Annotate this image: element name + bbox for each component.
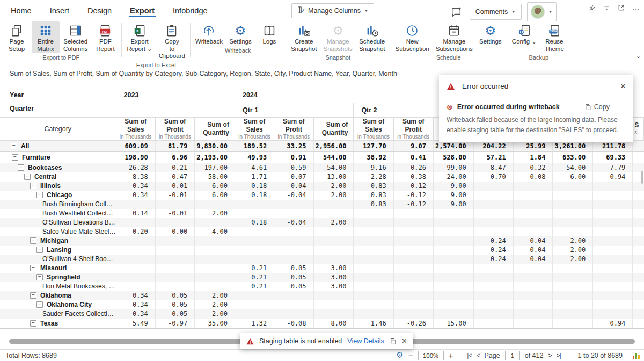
collapse-icon[interactable]: −: [11, 143, 17, 149]
collapse-icon[interactable]: −: [30, 320, 36, 327]
cell: [195, 273, 235, 282]
measure-header-sum-of-sales[interactable]: Sum of Salesin Thousands: [116, 117, 155, 140]
measure-header-sum-of-sales[interactable]: Sum of Salesin Thousands: [235, 117, 274, 140]
row-header-springfield[interactable]: −Springfield: [0, 273, 116, 282]
schedule-snapshot-button[interactable]: Schedule Snapshot: [356, 21, 388, 53]
row-header-o-sullivan-4-shelf-boo[interactable]: O'Sullivan 4-Shelf Boo…: [0, 255, 116, 264]
manage-columns-button[interactable]: Manage Columns ▼: [291, 3, 374, 18]
settings-gear-icon[interactable]: ⚙: [396, 351, 403, 359]
tab-export[interactable]: Export: [129, 2, 156, 18]
row-header-missouri[interactable]: −Missouri: [0, 264, 116, 273]
row-header-illinois[interactable]: −Illinois: [0, 182, 116, 191]
close-icon[interactable]: ×: [620, 82, 626, 91]
row-header-michigan[interactable]: −Michigan: [0, 236, 116, 246]
collapse-icon[interactable]: −: [18, 164, 24, 171]
cell: [354, 255, 393, 264]
zoom-out-button[interactable]: −: [408, 351, 413, 360]
cell: -0.12: [393, 191, 433, 200]
copy-to-clipboard-button[interactable]: Copy to Clipboard: [156, 21, 188, 61]
copy-icon[interactable]: [390, 338, 397, 345]
year-header-2023[interactable]: 2023: [116, 87, 235, 117]
collapse-icon[interactable]: −: [30, 183, 36, 189]
measure-header-sum-of-profit[interactable]: Sum of Profitin Thousands: [393, 117, 433, 140]
measure-header-sum-of-profit[interactable]: Sum of Profitin Thousands: [155, 117, 194, 140]
collapse-icon[interactable]: −: [36, 274, 43, 280]
pdf-report-button[interactable]: PDFPDF Report: [91, 21, 119, 53]
row-header-oklahoma-city[interactable]: −Oklahoma City: [0, 300, 116, 309]
collapse-icon[interactable]: −: [30, 292, 36, 299]
row-header-bookcases[interactable]: −Bookcases: [0, 163, 116, 172]
measure-header-sum-of-profit[interactable]: Sum of Profitin Thousands: [274, 117, 313, 140]
pin-icon[interactable]: [589, 4, 596, 13]
selected-columns-button[interactable]: Selected Columns: [61, 21, 90, 53]
cell: 0.24: [473, 246, 513, 255]
tab-insert[interactable]: Insert: [49, 2, 70, 18]
collapse-ribbon-icon[interactable]: ⌄: [636, 53, 641, 60]
export-report-button[interactable]: XExport Report ⌄: [124, 21, 155, 53]
settings-button[interactable]: ⚙Settings: [477, 21, 504, 46]
manage-subscriptions-button[interactable]: Manage Subscriptions: [433, 21, 475, 53]
new-subscription-button[interactable]: New Subscription: [392, 21, 431, 53]
tab-design[interactable]: Design: [86, 2, 113, 18]
entire-matrix-button[interactable]: Entire Matrix: [32, 21, 60, 53]
page-setup-button[interactable]: Page Setup: [3, 21, 31, 53]
zoom-level-input[interactable]: 100%: [418, 351, 444, 360]
collapse-icon[interactable]: −: [30, 237, 36, 244]
add-comment-icon[interactable]: [448, 4, 464, 19]
row-header-chicago[interactable]: −Chicago: [0, 191, 116, 200]
focus-icon[interactable]: [618, 4, 625, 13]
logs-button[interactable]: Logs: [255, 21, 283, 46]
zoom-in-button[interactable]: +: [449, 351, 453, 360]
row-header-oklahoma[interactable]: −Oklahoma: [0, 291, 116, 300]
config-button[interactable]: Config ⌄: [509, 21, 539, 46]
table-row-bush-westfield-collect: Bush Westfield Collect…0.14-0.012.00: [0, 209, 644, 218]
collapse-icon[interactable]: −: [12, 154, 18, 161]
view-details-link[interactable]: View Details: [347, 337, 384, 345]
collapse-icon[interactable]: −: [30, 265, 36, 271]
collapse-icon[interactable]: −: [36, 247, 43, 253]
measure-header-sum-of-quantity[interactable]: Sum of Quantity: [195, 117, 235, 140]
collapse-icon[interactable]: −: [36, 301, 43, 308]
last-page-button[interactable]: >|: [556, 352, 560, 359]
row-header-bush-birmingham-coll[interactable]: Bush Birmingham Coll…: [0, 200, 116, 209]
filter-icon[interactable]: [603, 4, 610, 13]
row-header-all[interactable]: −All: [0, 140, 116, 151]
row-header-hon-metal-bookcases[interactable]: Hon Metal Bookcases, …: [0, 282, 116, 291]
copy-error-button[interactable]: Copy: [584, 103, 610, 111]
row-header-texas[interactable]: −Texas: [0, 319, 116, 328]
page-number-input[interactable]: 1: [505, 351, 520, 360]
row-header-furniture[interactable]: −Furniture: [0, 151, 116, 163]
reuse-theme-button[interactable]: JSONReuse Theme: [540, 21, 568, 53]
comments-button[interactable]: Comments ▼: [470, 4, 522, 20]
cell-partial: [633, 191, 644, 200]
first-page-button[interactable]: |<: [467, 352, 471, 359]
cell: [473, 273, 513, 282]
row-header-safco-value-mate-steel[interactable]: Safco Value Mate Steel…: [0, 227, 116, 236]
quarter-header-qtr1[interactable]: Qtr 1: [235, 103, 353, 117]
collapse-icon[interactable]: −: [24, 174, 31, 180]
cell: 6.00: [195, 182, 235, 191]
row-header-lansing[interactable]: −Lansing: [0, 246, 116, 255]
category-header[interactable]: Category: [0, 117, 116, 140]
row-header-bush-westfield-collect[interactable]: Bush Westfield Collect…: [0, 209, 116, 218]
vertical-scrollbar[interactable]: [641, 171, 643, 184]
collapse-icon[interactable]: −: [36, 192, 43, 198]
cell: [116, 282, 155, 291]
writeback-button[interactable]: Writeback: [193, 21, 225, 46]
close-icon[interactable]: ×: [402, 336, 407, 346]
measure-header-sum-of-sales[interactable]: Sum of Salesin Thousands: [354, 117, 393, 140]
cell: 2.00: [195, 309, 235, 319]
prev-page-button[interactable]: <: [476, 352, 479, 359]
user-menu-button[interactable]: ▼: [527, 2, 557, 21]
settings-button[interactable]: ⚙Settings: [226, 21, 254, 46]
button-label: New Subscription: [395, 38, 429, 53]
create-snapshot-button[interactable]: Create Snapshot: [288, 21, 320, 53]
row-header-sauder-facets-collecti[interactable]: Sauder Facets Collecti…: [0, 309, 116, 319]
row-header-o-sullivan-elevations-b[interactable]: O'Sullivan Elevations B…: [0, 218, 116, 227]
row-header-central[interactable]: −Central: [0, 172, 116, 182]
measure-header-sum-of-quantity[interactable]: Sum of Quantity: [313, 117, 354, 140]
tab-home[interactable]: Home: [10, 2, 33, 18]
cell-partial: [633, 140, 644, 151]
tab-infobridge[interactable]: Infobridge: [172, 2, 209, 18]
next-page-button[interactable]: >: [548, 352, 551, 359]
